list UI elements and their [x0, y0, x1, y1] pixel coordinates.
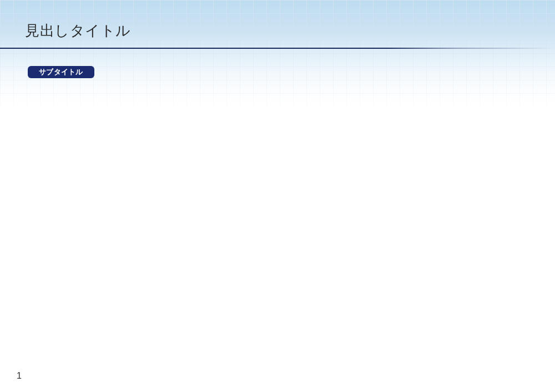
subtitle-pill: サブタイトル — [28, 66, 94, 78]
slide: 見出しタイトル サブタイトル 1 — [0, 0, 555, 392]
title-rule-fade — [389, 48, 555, 49]
title-rule — [0, 48, 389, 49]
page-number: 1 — [17, 371, 22, 381]
grid-background — [0, 0, 555, 111]
slide-title: 見出しタイトル — [25, 21, 131, 40]
